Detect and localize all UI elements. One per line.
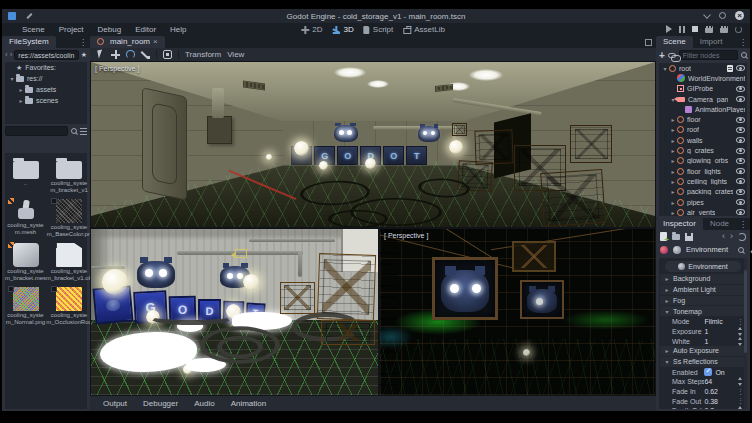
scene-node-glowing-orbs[interactable]: ▸glowing_orbs [659,156,747,166]
bottom-panel-output[interactable]: Output [96,398,134,409]
filesystem-menu-icon[interactable]: ⋮ [79,38,87,47]
filter-nodes-input[interactable] [679,50,738,60]
fs-tree-item-favorites[interactable]: ★Favorites: [5,62,87,73]
expand-arrow-icon[interactable]: ▸ [669,157,677,164]
spinner-control[interactable] [737,406,744,409]
visibility-eye-icon[interactable] [736,65,745,71]
editor-button-script[interactable]: Script [364,25,393,34]
menu-debug[interactable]: Debug [92,24,128,35]
menu-project[interactable]: Project [53,24,90,35]
fs-forward-button[interactable]: › [10,51,13,59]
file-item[interactable]: cooling_system_bracket.mes [5,243,46,282]
inspector-section-fog[interactable]: ▸Fog [660,296,746,306]
scene-node-roof[interactable]: ▸roof [659,125,747,135]
inspector-menu-icon[interactable]: ⋮ [739,220,747,229]
expand-arrow-icon[interactable]: ▸ [669,178,677,185]
play-scene-button[interactable] [705,26,713,33]
transform-menu[interactable]: Transform [185,50,221,59]
scene-node-worldenvironment[interactable]: WorldEnvironment [659,73,747,83]
menu-scene[interactable]: Scene [16,24,51,35]
file-item[interactable]: cooling_system_OcclusionRou [46,287,92,326]
pause-button[interactable] [679,26,685,33]
fs-back-button[interactable]: ‹ [5,51,8,59]
spinner-control[interactable] [737,377,744,386]
property-options-icon[interactable]: ⋮ [735,388,744,396]
tab-scene[interactable]: Scene [656,36,693,48]
visibility-eye-icon[interactable] [736,86,745,92]
property-row-fade-in[interactable]: Fade In0.62⋮ [659,387,747,397]
file-item[interactable]: .. [5,158,46,194]
viewport-bottom-right[interactable]: [ Perspective ] [380,229,655,395]
close-tab-icon[interactable]: × [153,37,158,46]
expand-arrow-icon[interactable]: ▸ [669,137,677,144]
view-menu[interactable]: View [227,50,244,59]
property-row-depth-toleranc[interactable]: Depth Toleranc0.2 [659,406,747,409]
editor-button-assetlib[interactable]: AssetLib [403,25,445,34]
scene-node-packing-crates-and[interactable]: ▸packing_crates_and_ [659,187,747,197]
scene-node-floor-lights[interactable]: ▸floor_lights [659,166,747,176]
checkbox[interactable] [704,368,712,376]
visibility-eye-icon[interactable] [736,178,745,184]
property-row-exposure[interactable]: Exposure1 [659,327,747,337]
stop-button[interactable] [692,26,698,32]
property-row-enabled[interactable]: EnabledOn [659,368,747,378]
scene-node-root[interactable]: ▾root [659,63,747,73]
menu-help[interactable]: Help [164,24,192,35]
property-row-fade-out[interactable]: Fade Out0.38⋮ [659,396,747,406]
property-row-mode[interactable]: ModeFilmic⋮ [659,317,747,327]
history-back-button[interactable]: ‹ [722,232,725,241]
property-row-max-steps[interactable]: Max Steps64 [659,377,747,387]
minimize-button[interactable] [703,11,711,19]
tab-main-room[interactable]: main_room × [90,36,165,48]
expand-arrow-icon[interactable]: ▾ [8,75,16,82]
file-item[interactable]: cooling_system_Normal.png [5,287,46,326]
new-resource-button[interactable] [660,232,667,241]
property-options-icon[interactable]: ⋮ [735,318,744,326]
expand-arrow-icon[interactable]: ▸ [669,147,677,154]
scale-tool-icon[interactable] [141,50,150,59]
instance-scene-icon[interactable] [668,53,676,58]
spinner-control[interactable] [737,337,744,346]
bottom-panel-debugger[interactable]: Debugger [136,398,185,409]
viewport-bottom-left[interactable]: GODOT [91,229,378,395]
expand-arrow-icon[interactable]: ▸ [669,199,677,206]
file-item[interactable]: cooling_system_BaseColor.pn [46,199,92,238]
scene-node-animationplayer[interactable]: AnimationPlayer [659,104,747,114]
rotate-tool-icon[interactable] [126,50,135,59]
scene-node-giprobe[interactable]: GIProbe [659,84,747,94]
property-row-white[interactable]: White1 [659,336,747,346]
expand-arrow-icon[interactable]: ▸ [669,116,677,123]
scrollbar[interactable] [744,258,747,409]
inspector-section-background[interactable]: ▸Background [660,274,746,284]
scene-node-floor[interactable]: ▸floor [659,114,747,124]
spinner-control[interactable] [737,327,744,336]
inspector-section-tonemap[interactable]: ▾Tonemap [660,306,746,316]
scene-node-g-crates[interactable]: ▸g_crates [659,145,747,155]
resource-header[interactable]: Environment [665,261,741,272]
load-resource-button[interactable] [672,234,680,240]
editor-button-2d[interactable]: 2D [301,25,322,34]
inspector-section-ambient-light[interactable]: ▸Ambient Light [660,285,746,295]
bottom-panel-audio[interactable]: Audio [187,398,221,409]
expand-arrow-icon[interactable]: ▸ [669,209,677,216]
scene-dock-menu-icon[interactable]: ⋮ [739,38,747,47]
file-item[interactable]: cooling_system_bracket_v1.ob [46,243,92,282]
play-custom-scene-button[interactable] [720,26,728,33]
select-tool-icon[interactable] [96,50,105,59]
fs-tree-item-res[interactable]: ▾res:// [5,73,87,84]
fs-tree-item-scenes[interactable]: ▸scenes [5,95,87,106]
window-titlebar[interactable]: Godot Engine - cold_storage_v1 - main_ro… [2,9,750,23]
visibility-eye-icon[interactable] [736,158,745,164]
fs-breadcrumb[interactable] [14,50,78,60]
local-space-icon[interactable] [163,50,172,59]
favorite-star-button[interactable]: ★ [81,51,87,59]
expand-arrow-icon[interactable]: ▸ [669,126,677,133]
tab-filesystem[interactable]: FileSystem [2,36,56,48]
expand-arrow-icon[interactable]: ▸ [17,86,25,93]
scene-node-air-vents[interactable]: ▸air_vents [659,207,747,217]
expand-arrow-icon[interactable]: ▸ [669,188,677,195]
fs-search-input[interactable] [5,126,68,136]
scene-node-walls[interactable]: ▸walls [659,135,747,145]
history-forward-button[interactable]: › [730,232,733,241]
tab-import[interactable]: Import [693,36,730,48]
